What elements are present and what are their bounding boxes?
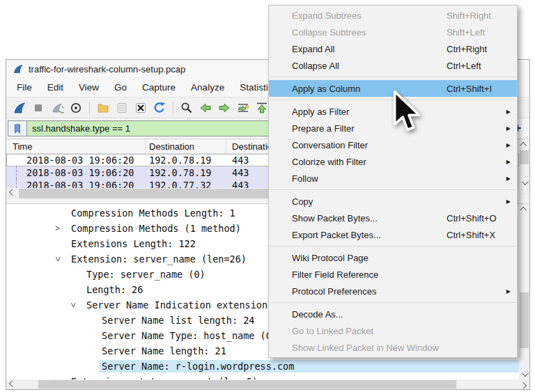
menu-separator	[270, 302, 515, 303]
context-menu-item[interactable]: Decode As... ▶	[269, 306, 517, 322]
scroll-right-button[interactable]	[519, 379, 529, 389]
context-menu-item[interactable]: Show Packet Bytes... Ctrl+Shift+O ▶	[269, 210, 517, 226]
go-back-icon[interactable]	[198, 100, 213, 116]
menu-item-shortcut: Ctrl+Shift+I	[447, 84, 502, 94]
scroll-up-button[interactable]	[519, 139, 529, 150]
context-menu-item[interactable]: Follow ▶	[269, 170, 517, 187]
context-menu-item[interactable]: Protocol Preferences ▶	[269, 283, 517, 299]
stop-capture-icon[interactable]	[31, 100, 46, 116]
submenu-arrow-icon: ▶	[502, 175, 511, 182]
menu-separator	[270, 189, 515, 190]
toolbar-separator	[89, 102, 90, 114]
close-file-icon[interactable]	[133, 100, 148, 116]
cell-time: 2018-08-03 19:06:20	[6, 167, 146, 178]
menu-item-shortcut: Ctrl+Left	[447, 61, 502, 71]
submenu-arrow-icon: ▶	[502, 288, 511, 295]
menu-separator	[270, 77, 515, 77]
reload-file-icon[interactable]	[152, 100, 167, 116]
window-title: traffic-for-wireshark-column-setup.pcap	[29, 64, 185, 75]
wireshark-logo-icon	[13, 63, 24, 75]
scroll-up-button[interactable]	[519, 204, 529, 214]
context-menu-item[interactable]: Collapse All Ctrl+Left ▶	[269, 57, 517, 74]
context-menu: Expand Subtrees Shift+Right ▶ Collapse S…	[268, 5, 518, 358]
save-file-icon[interactable]	[114, 100, 130, 116]
menu-item-label: Show Linked Packet in New Window	[292, 343, 447, 353]
menu-item-label: Collapse All	[292, 61, 447, 71]
menu-item-label: Export Packet Bytes...	[292, 230, 447, 240]
submenu-arrow-icon: ▶	[502, 125, 511, 132]
context-menu-item[interactable]: Wiki Protocol Page ▶	[269, 249, 517, 266]
column-header-destination[interactable]: Destination	[146, 139, 226, 153]
submenu-arrow-icon: ▶	[502, 198, 511, 205]
context-menu-item[interactable]: Filter Field Reference ▶	[269, 266, 517, 283]
menu-item-label: Expand All	[292, 44, 447, 54]
detail-tree-line[interactable]: Server Name: r-login.wordpress.com	[6, 359, 519, 374]
menubar-item[interactable]: File	[9, 79, 40, 95]
context-menu-item[interactable]: Colorize with Filter ▶	[269, 153, 517, 170]
context-menu-item[interactable]: Conversation Filter ▶	[269, 136, 517, 153]
menu-item-label: Go to Linked Packet	[292, 326, 447, 336]
menu-item-label: Filter Field Reference	[292, 269, 447, 280]
menu-item-label: Decode As...	[292, 309, 447, 320]
menubar-item[interactable]: Capture	[134, 79, 183, 95]
mouse-cursor	[391, 90, 421, 136]
cell-time: 2018-08-03 19:06:20	[6, 155, 146, 166]
vscroll-thumb[interactable]	[520, 292, 529, 348]
scroll-down-button[interactable]	[519, 369, 529, 379]
menubar-item[interactable]: Analyze	[183, 79, 232, 95]
scroll-left-button[interactable]	[6, 379, 17, 389]
menu-item-label: Show Packet Bytes...	[292, 213, 447, 224]
menu-item-label: Collapse Subtrees	[292, 27, 447, 38]
context-menu-item[interactable]: Expand All Ctrl+Right ▶	[269, 40, 517, 57]
menu-item-shortcut: Shift+Left	[447, 27, 502, 38]
context-menu-item[interactable]: Go to Linked Packet ▶	[269, 322, 517, 339]
tree-chevron-icon[interactable]	[70, 300, 84, 310]
menu-item-label: Prepare a Filter	[292, 123, 447, 134]
menu-separator	[270, 246, 515, 246]
tree-chevron-icon[interactable]	[55, 224, 69, 233]
open-file-icon[interactable]	[95, 100, 111, 116]
menu-item-label: Protocol Preferences	[292, 286, 447, 297]
context-menu-item[interactable]: Show Linked Packet in New Window ▶	[269, 339, 517, 356]
menu-item-label: Wiki Protocol Page	[292, 253, 447, 263]
menu-item-label: Apply as Filter	[292, 107, 447, 117]
menubar-item[interactable]: Go	[107, 79, 134, 95]
detail-tree-line[interactable]: Extension: status_request (len=5)	[6, 374, 519, 379]
detail-vscrollbar[interactable]	[519, 204, 529, 379]
submenu-arrow-icon: ▶	[502, 142, 511, 148]
go-forward-icon[interactable]	[217, 100, 232, 116]
detail-hscrollbar[interactable]	[6, 379, 529, 389]
context-menu-item[interactable]: Copy ▶	[269, 193, 517, 210]
cell-destination: 192.0.78.19	[146, 167, 226, 178]
menubar-item[interactable]: View	[71, 79, 107, 95]
start-capture-icon[interactable]	[12, 100, 27, 116]
menubar-item[interactable]: Edit	[40, 79, 71, 95]
menu-item-label: Follow	[292, 173, 447, 184]
scroll-left-button[interactable]	[6, 188, 17, 198]
menu-item-shortcut: Ctrl+Shift+X	[447, 230, 502, 240]
menu-item-label: Colorize with Filter	[292, 157, 447, 167]
context-menu-item[interactable]: Collapse Subtrees Shift+Left ▶	[269, 24, 517, 40]
bookmark-icon	[13, 123, 22, 134]
context-menu-item[interactable]: Expand Subtrees Shift+Right ▶	[269, 7, 517, 24]
restart-capture-icon[interactable]	[49, 100, 65, 116]
menu-item-shortcut: Ctrl+Shift+O	[447, 213, 502, 224]
go-to-packet-icon[interactable]	[235, 100, 251, 116]
filter-bookmark-button[interactable]	[8, 120, 26, 136]
hscroll-thumb[interactable]	[38, 380, 456, 389]
menu-item-shortcut: Shift+Right	[447, 10, 502, 21]
packet-list-vscrollbar[interactable]	[519, 139, 529, 188]
submenu-arrow-icon: ▶	[502, 109, 511, 115]
context-menu-item[interactable]: Export Packet Bytes... Ctrl+Shift+X ▶	[269, 226, 517, 243]
menu-item-label: Conversation Filter	[292, 140, 447, 150]
column-header-time[interactable]: Time	[6, 139, 146, 153]
scroll-down-button[interactable]	[519, 178, 529, 188]
go-to-top-icon[interactable]	[254, 100, 270, 116]
find-packet-icon[interactable]	[179, 100, 194, 116]
detail-text: Server Name: r-login.wordpress.com	[100, 360, 519, 373]
capture-options-icon[interactable]	[68, 100, 84, 116]
tree-chevron-icon[interactable]	[55, 254, 69, 264]
vscroll-thumb[interactable]	[520, 150, 529, 164]
toolbar-separator	[173, 102, 173, 114]
scrollbar-corner	[519, 188, 529, 199]
